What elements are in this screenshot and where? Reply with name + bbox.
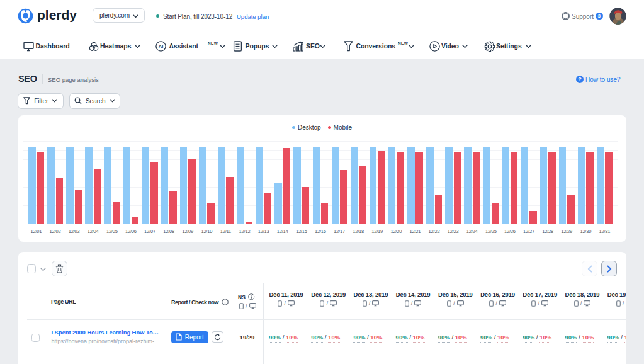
- svg-text:AI: AI: [159, 43, 164, 49]
